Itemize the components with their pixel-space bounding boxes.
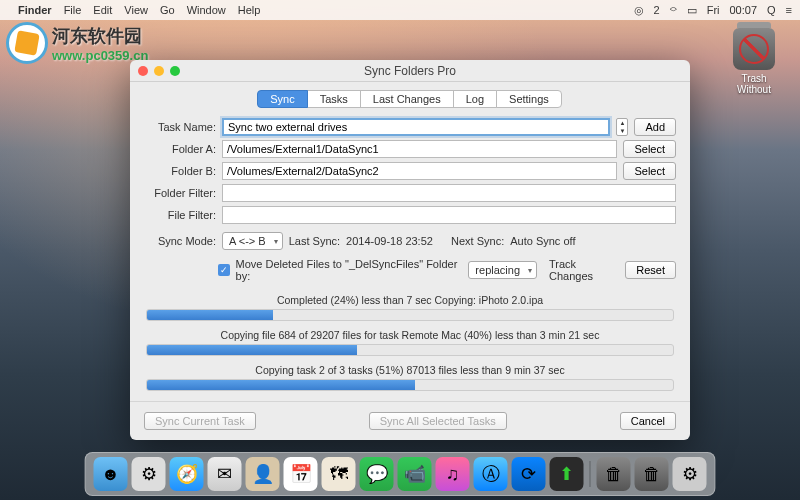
clock-day[interactable]: Fri: [707, 4, 720, 16]
desktop-trash[interactable]: Trash Without: [726, 28, 782, 95]
circle-status-icon[interactable]: ◎: [634, 4, 644, 17]
app-window: Sync Folders Pro Sync Tasks Last Changes…: [130, 60, 690, 440]
add-button[interactable]: Add: [634, 118, 676, 136]
task-name-input[interactable]: [222, 118, 610, 136]
task-stepper[interactable]: ▲▼: [616, 118, 628, 136]
progress-1: [146, 309, 674, 321]
tab-tasks[interactable]: Tasks: [307, 90, 361, 108]
status-1: Completed (24%) less than 7 sec Copying:…: [144, 294, 676, 306]
dock-sync-icon[interactable]: ⟳: [512, 457, 546, 491]
track-changes-label: Track Changes: [549, 258, 619, 282]
window-footer: Sync Current Task Sync All Selected Task…: [130, 401, 690, 440]
menu-go[interactable]: Go: [160, 4, 175, 16]
menu-edit[interactable]: Edit: [93, 4, 112, 16]
file-filter-label: File Filter:: [144, 209, 216, 221]
desktop-trash-label: Trash Without: [726, 73, 782, 95]
tab-log[interactable]: Log: [453, 90, 497, 108]
dock-settings-icon[interactable]: ⚙: [673, 457, 707, 491]
dock-launchpad-icon[interactable]: ⚙: [132, 457, 166, 491]
wifi-icon[interactable]: ⌔: [670, 4, 677, 16]
folder-b-input[interactable]: [222, 162, 617, 180]
dock-maps-icon[interactable]: 🗺: [322, 457, 356, 491]
select-b-button[interactable]: Select: [623, 162, 676, 180]
clock-time[interactable]: 00:07: [729, 4, 757, 16]
menubar: Finder File Edit View Go Window Help ◎ 2…: [0, 0, 800, 20]
reset-button[interactable]: Reset: [625, 261, 676, 279]
status-3: Copying task 2 of 3 tasks (51%) 87013 fi…: [144, 364, 676, 376]
dock-calendar-icon[interactable]: 📅: [284, 457, 318, 491]
maximize-button[interactable]: [170, 66, 180, 76]
progress-3: [146, 379, 674, 391]
dock-trash-icon[interactable]: 🗑: [597, 457, 631, 491]
folder-filter-label: Folder Filter:: [144, 187, 216, 199]
menu-extra-icon[interactable]: ≡: [786, 4, 792, 16]
tab-sync[interactable]: Sync: [257, 90, 307, 108]
dock-facetime-icon[interactable]: 📹: [398, 457, 432, 491]
dock-itunes-icon[interactable]: ♫: [436, 457, 470, 491]
chevron-up-icon: ▲: [617, 119, 627, 127]
menu-file[interactable]: File: [64, 4, 82, 16]
watermark: 河东软件园 www.pc0359.cn: [6, 22, 148, 64]
dock-separator: [590, 461, 591, 487]
sync-all-button[interactable]: Sync All Selected Tasks: [369, 412, 507, 430]
user-count[interactable]: 2: [654, 4, 660, 16]
minimize-button[interactable]: [154, 66, 164, 76]
folder-a-input[interactable]: [222, 140, 617, 158]
sync-mode-label: Sync Mode:: [144, 235, 216, 247]
progress-2-bar: [147, 345, 357, 355]
titlebar[interactable]: Sync Folders Pro: [130, 60, 690, 82]
sync-current-button[interactable]: Sync Current Task: [144, 412, 256, 430]
move-mode-select[interactable]: replacing: [468, 261, 537, 279]
folder-b-label: Folder B:: [144, 165, 216, 177]
battery-icon[interactable]: ▭: [687, 4, 697, 17]
file-filter-input[interactable]: [222, 206, 676, 224]
close-button[interactable]: [138, 66, 148, 76]
dock-safari-icon[interactable]: 🧭: [170, 457, 204, 491]
folder-a-label: Folder A:: [144, 143, 216, 155]
trash-bin-icon: [733, 28, 775, 70]
window-title: Sync Folders Pro: [130, 64, 690, 78]
dock-finder-icon[interactable]: ☻: [94, 457, 128, 491]
dock-vpn-icon[interactable]: ⬆: [550, 457, 584, 491]
dock-trash2-icon[interactable]: 🗑: [635, 457, 669, 491]
tab-bar: Sync Tasks Last Changes Log Settings: [130, 82, 690, 114]
form-area: Task Name: ▲▼ Add Folder A: Select Folde…: [130, 114, 690, 401]
dock: ☻ ⚙ 🧭 ✉ 👤 📅 🗺 💬 📹 ♫ Ⓐ ⟳ ⬆ 🗑 🗑 ⚙: [85, 452, 716, 496]
next-sync-label: Next Sync:: [451, 235, 504, 247]
folder-filter-input[interactable]: [222, 184, 676, 202]
tab-last-changes[interactable]: Last Changes: [360, 90, 454, 108]
menu-help[interactable]: Help: [238, 4, 261, 16]
progress-1-bar: [147, 310, 273, 320]
cancel-button[interactable]: Cancel: [620, 412, 676, 430]
dock-messages-icon[interactable]: 💬: [360, 457, 394, 491]
last-sync-value: 2014-09-18 23:52: [346, 235, 433, 247]
next-sync-value: Auto Sync off: [510, 235, 575, 247]
progress-3-bar: [147, 380, 415, 390]
app-menu[interactable]: Finder: [18, 4, 52, 16]
move-deleted-label: Move Deleted Files to "_DelSyncFiles" Fo…: [236, 258, 463, 282]
dock-contacts-icon[interactable]: 👤: [246, 457, 280, 491]
tab-settings[interactable]: Settings: [496, 90, 562, 108]
last-sync-label: Last Sync:: [289, 235, 340, 247]
move-deleted-checkbox[interactable]: ✓: [218, 264, 229, 276]
dock-appstore-icon[interactable]: Ⓐ: [474, 457, 508, 491]
chevron-down-icon: ▼: [617, 127, 627, 135]
task-name-label: Task Name:: [144, 121, 216, 133]
watermark-title: 河东软件园: [52, 24, 148, 48]
sync-mode-select[interactable]: A <-> B: [222, 232, 283, 250]
watermark-logo-icon: [6, 22, 48, 64]
menu-view[interactable]: View: [124, 4, 148, 16]
menu-window[interactable]: Window: [187, 4, 226, 16]
spotlight-icon[interactable]: Q: [767, 4, 776, 16]
progress-2: [146, 344, 674, 356]
status-2: Copying file 684 of 29207 files for task…: [144, 329, 676, 341]
dock-mail-icon[interactable]: ✉: [208, 457, 242, 491]
select-a-button[interactable]: Select: [623, 140, 676, 158]
